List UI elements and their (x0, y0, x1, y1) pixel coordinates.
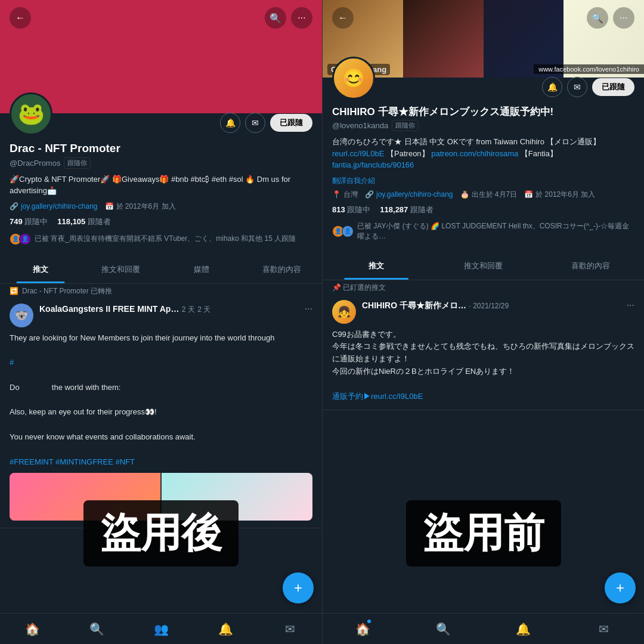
right-tweet-link[interactable]: 通販予約▶reurl.cc/I9L0bE (332, 392, 423, 401)
right-follow-button[interactable]: 已跟隨 (592, 78, 634, 96)
left-avatar: 🐸 (10, 92, 52, 135)
right-bio: 台湾のちひろです★ 日本語 中文 OKです from Taiwan Chihir… (332, 136, 634, 171)
right-tweet-more-icon[interactable]: ··· (627, 300, 634, 311)
left-followers: 118,105 跟隨者 (57, 216, 111, 227)
right-message-button[interactable]: ✉ (567, 77, 587, 97)
left-tabs: 推文 推文和回覆 媒體 喜歡的內容 (0, 256, 322, 284)
right-watermark-text: 盜用前 (423, 506, 544, 561)
left-meta-row: 🔗 joy.gallery/chihiro-chang 📅 於 2012年6月 … (10, 202, 312, 212)
tweet-body: They are looking for New Members to join… (10, 332, 312, 469)
retweet-indicator: 🔁 Drac - NFT Promoter 已轉推 (0, 284, 322, 296)
right-bio-link2[interactable]: patreon.com/chihirosama (431, 149, 518, 158)
retweet-icon: 🔁 (10, 287, 18, 295)
right-more-button[interactable]: ··· (613, 7, 634, 29)
right-search-button[interactable]: 🔍 (587, 7, 608, 29)
tab-tweets-replies-right[interactable]: 推文和回覆 (430, 252, 537, 280)
left-stats-row: 749 跟隨中 118,105 跟隨者 (10, 216, 312, 227)
left-back-button[interactable]: ← (10, 7, 31, 29)
tab-tweets-right[interactable]: 推文 (323, 252, 430, 280)
mutual-avatars: 👤 👤 (10, 233, 31, 245)
right-header: ← 🔍 ··· (323, 0, 644, 36)
left-profile-name: Drac - NFT Promoter (10, 141, 312, 156)
translate-link[interactable]: 翻譯自我介紹 (332, 176, 634, 186)
left-search-button[interactable]: 🔍 (265, 7, 286, 29)
link-icon: 🔗 (10, 202, 18, 210)
left-follow-badge: 跟隨你 (64, 157, 91, 169)
right-action-buttons: 🔔 ✉ 已跟隨 (542, 77, 634, 97)
tab-tweets-left[interactable]: 推文 (0, 256, 80, 283)
right-mutual-avatar-2: 👤 (342, 225, 354, 237)
left-bottom-nav: 🏠 🔍 👥 🔔 ✉ (0, 613, 322, 644)
right-avatar: 😊 (332, 57, 375, 100)
left-nav-messages[interactable]: ✉ (277, 616, 303, 642)
pinned-indicator: 📌 已釘選的推文 (323, 280, 644, 293)
avatar-emoji: 🐸 (18, 101, 45, 126)
left-more-button[interactable]: ··· (291, 7, 312, 29)
right-avatar-emoji: 😊 (342, 67, 366, 89)
birthday-icon: 🎂 (460, 190, 469, 199)
right-tweet-header: 👧 CHIHIRO 千尋★新作メロ… · 2021/12/29 ··· (332, 300, 634, 324)
left-profile-section: 🐸 🔔 ✉ 已跟隨 Drac - NFT Promoter @DracPromo… (0, 113, 322, 256)
right-bio-link1[interactable]: reurl.cc/I9L0bE (332, 149, 384, 158)
tweet-meta: KoalaGangsters II FREE MINT Ap… 2 天 2 天 (39, 304, 299, 315)
left-mutual-follows: 👤 👤 已被 宵夜_周表沒有待機室有開就不錯系 VTuber、ごく、mihako… (10, 233, 312, 245)
left-fab[interactable]: + (283, 572, 314, 603)
tweet-header: 🐨 KoalaGangsters II FREE MINT Ap… 2 天 2 … (10, 304, 312, 327)
right-tabs: 推文 推文和回覆 喜歡的內容 (323, 252, 644, 280)
right-bio-link3[interactable]: fantia.jp/fanclubs/90166 (332, 160, 414, 169)
tab-likes-left[interactable]: 喜歡的內容 (242, 256, 322, 283)
left-following: 749 跟隨中 (10, 216, 48, 227)
follow-button[interactable]: 已跟隨 (270, 114, 312, 132)
right-tweet-meta: CHIHIRO 千尋★新作メロ… · 2021/12/29 (362, 300, 621, 311)
left-panel: ← 🔍 ··· 🐸 🔔 ✉ 已跟隨 Drac - NFT Promoter @D… (0, 0, 322, 644)
right-nav-messages[interactable]: ✉ (591, 616, 617, 642)
right-mutual-follows: 👤 👤 已被 JAY小傑 (すぐる) 🌈 LOST JUDGEMENT Hell… (332, 221, 634, 242)
left-watermark-text: 盜用後 (100, 506, 222, 561)
left-nav-notifications[interactable]: 🔔 (212, 616, 239, 642)
right-tweet-body: C99お品書きです。 今年は冬コミ参戦できませんとても残念でもね、ちひろの新作写… (332, 329, 634, 403)
right-panel: ← 🔍 ··· www.facebook.com/loveno1chihiro … (322, 0, 644, 644)
left-nav-search[interactable]: 🔍 (83, 616, 110, 642)
tab-tweets-replies-left[interactable]: 推文和回覆 (80, 256, 161, 283)
right-following: 813 跟隨中 (332, 205, 370, 215)
right-notification-button[interactable]: 🔔 (542, 77, 562, 97)
left-profile-link[interactable]: joy.gallery/chihiro-chang (21, 202, 98, 210)
tab-media-left[interactable]: 媒體 (161, 256, 242, 283)
calendar-icon: 📅 (105, 202, 114, 210)
right-profile-link[interactable]: joy.gallery/chihiro-chang (376, 190, 453, 199)
left-joined-meta: 📅 於 2012年6月 加入 (105, 202, 176, 212)
right-fab[interactable]: + (605, 572, 636, 603)
left-nav-people[interactable]: 👥 (148, 616, 174, 642)
right-tweet-name: CHIHIRO 千尋★新作メロ… · 2021/12/29 (362, 300, 621, 311)
right-nav-search[interactable]: 🔍 (430, 616, 456, 642)
right-watermark-overlay: 盜用前 (323, 500, 644, 566)
left-link-meta: 🔗 joy.gallery/chihiro-chang (10, 202, 98, 212)
left-nav-home[interactable]: 🏠 (19, 616, 45, 642)
right-follow-badge: 跟隨你 (392, 120, 419, 131)
right-profile-name: CHIHIRO 千尋★新作メロンブックス通販予約中! (332, 106, 634, 119)
right-nav-home[interactable]: 🏠 (349, 616, 376, 642)
tweet-more-icon[interactable]: ··· (305, 304, 312, 314)
right-back-button[interactable]: ← (332, 7, 354, 29)
left-header: ← 🔍 ··· (0, 0, 322, 36)
right-tweet-avatar: 👧 (332, 300, 356, 324)
right-watermark-box: 盜用前 (406, 500, 561, 566)
notification-button[interactable]: 🔔 (220, 113, 240, 133)
link-icon-right: 🔗 (365, 190, 374, 199)
right-nav-notifications[interactable]: 🔔 (510, 616, 537, 642)
left-avatar-row: 🐸 🔔 ✉ 已跟隨 (10, 92, 312, 135)
right-followers: 118,287 跟隨者 (380, 205, 434, 215)
left-watermark-box: 盜用後 (83, 500, 239, 566)
tweet-avatar-koala: 🐨 (10, 304, 33, 327)
calendar-icon-right: 📅 (524, 190, 533, 199)
right-profile-handle: @loveno1kanda 跟隨你 (332, 120, 634, 131)
tweet-item: 🐨 KoalaGangsters II FREE MINT Ap… 2 天 2 … (0, 296, 322, 529)
right-mutual-avatars: 👤 👤 (332, 225, 354, 237)
right-meta-row: 📍 台灣 🔗 joy.gallery/chihiro-chang 🎂 出生於 4… (332, 190, 634, 200)
right-tweet-item: 👧 CHIHIRO 千尋★新作メロ… · 2021/12/29 ··· C99お… (323, 293, 644, 411)
tab-likes-right[interactable]: 喜歡的內容 (537, 252, 644, 280)
message-button[interactable]: ✉ (245, 113, 265, 133)
mutual-avatar-2: 👤 (19, 233, 31, 245)
right-bottom-nav: 🏠 🔍 🔔 ✉ (323, 613, 644, 644)
right-stats-row: 813 跟隨中 118,287 跟隨者 (332, 205, 634, 215)
